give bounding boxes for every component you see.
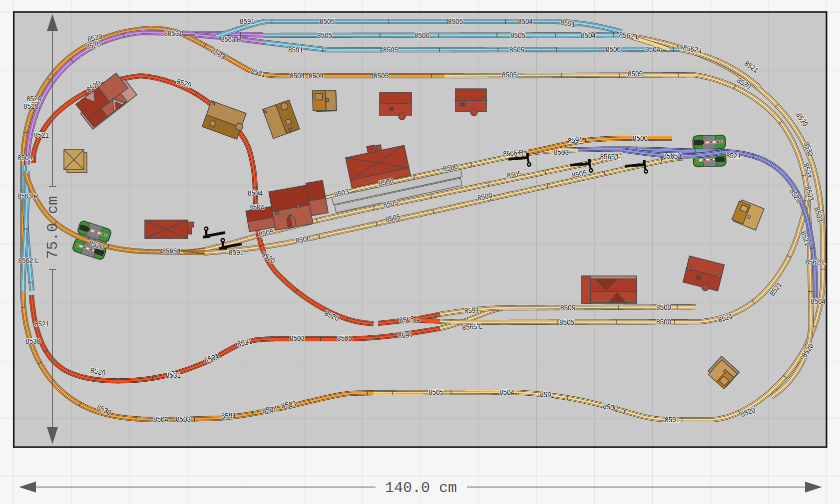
svg-text:8505: 8505 bbox=[383, 45, 398, 54]
svg-text:8591: 8591 bbox=[229, 248, 244, 256]
svg-text:8504: 8504 bbox=[645, 45, 660, 53]
svg-text:8505: 8505 bbox=[509, 45, 524, 54]
svg-text:8505: 8505 bbox=[560, 303, 575, 312]
svg-text:8520: 8520 bbox=[23, 102, 38, 110]
svg-text:8565 L: 8565 L bbox=[462, 322, 483, 332]
svg-text:8591: 8591 bbox=[221, 411, 236, 420]
svg-text:8504: 8504 bbox=[581, 31, 596, 39]
svg-text:88531: 88531 bbox=[164, 29, 183, 37]
svg-text:8565 L: 8565 L bbox=[663, 152, 684, 160]
svg-text:75.0 cm: 75.0 cm bbox=[44, 196, 61, 259]
svg-text:8505: 8505 bbox=[510, 31, 525, 39]
svg-text:8562 L: 8562 L bbox=[18, 256, 39, 264]
svg-text:8500: 8500 bbox=[656, 317, 671, 326]
svg-text:8503: 8503 bbox=[176, 415, 191, 423]
svg-text:140.0 cm: 140.0 cm bbox=[385, 480, 457, 497]
svg-text:8563 R: 8563 R bbox=[221, 35, 242, 43]
svg-text:8500: 8500 bbox=[415, 31, 429, 39]
svg-text:8504: 8504 bbox=[518, 17, 533, 25]
svg-text:8504: 8504 bbox=[249, 203, 264, 211]
svg-text:8591: 8591 bbox=[665, 415, 680, 424]
svg-text:8566 R: 8566 R bbox=[503, 148, 524, 158]
svg-text:8591: 8591 bbox=[567, 135, 583, 145]
svg-text:8505: 8505 bbox=[317, 31, 332, 39]
svg-text:8506: 8506 bbox=[606, 45, 621, 53]
svg-text:8521: 8521 bbox=[726, 151, 741, 160]
svg-text:8505: 8505 bbox=[428, 388, 443, 396]
svg-text:8591: 8591 bbox=[240, 17, 255, 25]
svg-text:8505: 8505 bbox=[559, 318, 574, 326]
svg-text:8565 L: 8565 L bbox=[162, 247, 183, 255]
svg-text:8504: 8504 bbox=[248, 189, 263, 197]
svg-text:8504: 8504 bbox=[290, 71, 305, 80]
svg-text:8530: 8530 bbox=[25, 337, 40, 345]
svg-text:8505: 8505 bbox=[320, 17, 335, 25]
svg-text:8591: 8591 bbox=[288, 45, 303, 54]
svg-text:8521: 8521 bbox=[34, 131, 49, 139]
svg-text:8565 L: 8565 L bbox=[600, 152, 621, 161]
svg-text:8503: 8503 bbox=[290, 334, 305, 342]
svg-text:8500: 8500 bbox=[337, 334, 352, 342]
svg-text:8504: 8504 bbox=[499, 388, 514, 396]
svg-text:8562 L: 8562 L bbox=[806, 257, 826, 266]
svg-text:8500: 8500 bbox=[633, 134, 648, 142]
svg-text:8563 R: 8563 R bbox=[18, 192, 38, 200]
svg-text:8504: 8504 bbox=[153, 415, 168, 423]
svg-text:8504: 8504 bbox=[309, 71, 324, 80]
svg-text:8505: 8505 bbox=[448, 17, 463, 25]
svg-text:8504: 8504 bbox=[17, 153, 32, 162]
svg-text:8531: 8531 bbox=[166, 371, 181, 379]
svg-text:8591: 8591 bbox=[464, 305, 479, 315]
svg-text:8505: 8505 bbox=[374, 71, 389, 80]
svg-text:8591: 8591 bbox=[539, 389, 555, 399]
svg-text:8591: 8591 bbox=[398, 330, 414, 340]
svg-text:8505: 8505 bbox=[502, 70, 517, 79]
svg-text:8500: 8500 bbox=[656, 303, 671, 311]
svg-text:8504: 8504 bbox=[811, 297, 826, 305]
svg-text:8503: 8503 bbox=[554, 148, 569, 156]
svg-text:8505: 8505 bbox=[628, 69, 643, 78]
svg-text:8521: 8521 bbox=[34, 319, 49, 328]
